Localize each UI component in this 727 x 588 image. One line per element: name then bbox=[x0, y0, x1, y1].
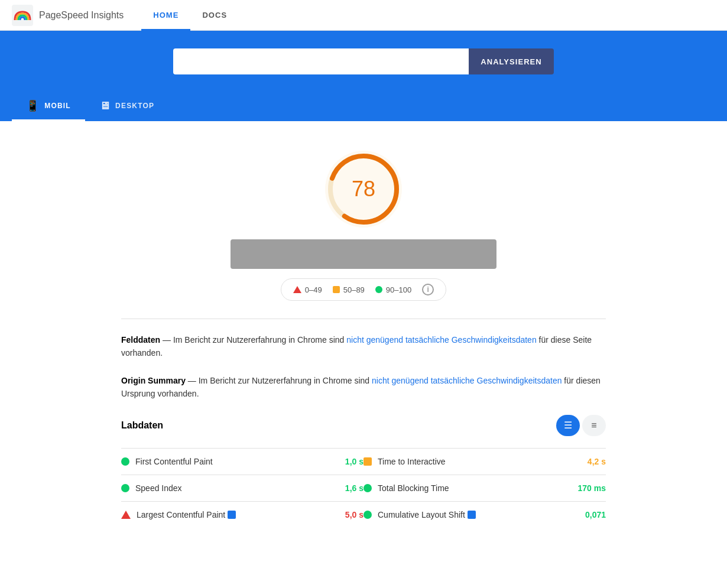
metrics-grid: First Contentful Paint 1,0 s Speed Index… bbox=[121, 448, 606, 528]
lcp-triangle-icon bbox=[121, 511, 131, 519]
header-blue-section: ANALYSIEREN 📱 MOBIL 🖥 DESKTOP bbox=[0, 31, 727, 121]
metrics-col-2: Time to Interactive 4,2 s Total Blocking… bbox=[364, 448, 606, 528]
origin-summary-link[interactable]: nicht genügend tatsächliche Geschwindigk… bbox=[372, 376, 562, 385]
metric-row-tti: Time to Interactive 4,2 s bbox=[364, 448, 606, 475]
device-tabs: 📱 MOBIL 🖥 DESKTOP bbox=[12, 92, 715, 121]
cls-info-icon[interactable] bbox=[468, 511, 476, 519]
fcp-indicator bbox=[121, 457, 129, 466]
cls-name: Cumulative Layout Shift bbox=[378, 510, 564, 519]
lcp-value: 5,0 s bbox=[328, 510, 364, 519]
legend-item-bad: 0–49 bbox=[293, 285, 322, 294]
analyse-button[interactable]: ANALYSIEREN bbox=[469, 48, 553, 74]
legend-square-icon bbox=[333, 286, 340, 293]
felddaten-text1: — Im Bericht zur Nutzererfahrung in Chro… bbox=[160, 335, 346, 345]
mobil-label: MOBIL bbox=[44, 102, 71, 110]
nav-tab-docs[interactable]: DOCS bbox=[190, 1, 239, 31]
si-dot-icon bbox=[121, 484, 129, 492]
metrics-col-1: First Contentful Paint 1,0 s Speed Index… bbox=[121, 448, 364, 528]
lcp-name: Largest Contentful Paint bbox=[137, 510, 322, 519]
lcp-info-icon[interactable] bbox=[228, 511, 236, 519]
tbt-dot-icon bbox=[364, 484, 372, 492]
cls-dot-icon bbox=[364, 511, 372, 519]
score-circle: 78 bbox=[325, 151, 402, 228]
score-bar-placeholder bbox=[231, 239, 496, 269]
tbt-value: 170 ms bbox=[570, 483, 606, 493]
tti-square-icon bbox=[364, 457, 372, 466]
top-navigation: PageSpeed Insights HOME DOCS bbox=[0, 0, 727, 31]
tbt-name: Total Blocking Time bbox=[378, 483, 564, 493]
origin-summary-section: Origin Summary — Im Bericht zur Nutzerer… bbox=[121, 374, 606, 401]
legend-range-good: 90–100 bbox=[386, 285, 411, 294]
felddaten-link[interactable]: nicht genügend tatsächliche Geschwindigk… bbox=[346, 335, 536, 345]
search-row: ANALYSIEREN bbox=[12, 48, 715, 74]
fcp-name: First Contentful Paint bbox=[135, 457, 322, 466]
nav-tabs: HOME DOCS bbox=[141, 0, 239, 30]
origin-summary-text1: — Im Bericht zur Nutzererfahrung in Chro… bbox=[186, 376, 372, 385]
metric-row-lcp: Largest Contentful Paint 5,0 s bbox=[121, 501, 364, 528]
legend-item-medium: 50–89 bbox=[333, 285, 365, 294]
view-toggle: ☰ ≡ bbox=[556, 415, 606, 436]
desktop-icon: 🖥 bbox=[99, 100, 111, 112]
labdaten-title: Labdaten bbox=[121, 420, 163, 431]
device-tab-desktop[interactable]: 🖥 DESKTOP bbox=[85, 92, 168, 121]
legend-range-bad: 0–49 bbox=[305, 285, 322, 294]
main-content: 78 0–49 50–89 90–100 i Felddaten — Im Be… bbox=[109, 121, 618, 540]
fcp-dot-icon bbox=[121, 457, 129, 466]
lcp-indicator bbox=[121, 511, 131, 519]
si-indicator bbox=[121, 484, 129, 492]
tti-name: Time to Interactive bbox=[378, 457, 564, 466]
app-logo: PageSpeed Insights bbox=[12, 5, 124, 26]
desktop-label: DESKTOP bbox=[115, 102, 154, 110]
legend-item-good: 90–100 bbox=[375, 285, 411, 294]
felddaten-title: Felddaten bbox=[121, 335, 160, 345]
divider-1 bbox=[121, 319, 606, 319]
tti-value: 4,2 s bbox=[570, 457, 606, 466]
origin-summary-title: Origin Summary bbox=[121, 376, 186, 385]
mobile-icon: 📱 bbox=[26, 99, 40, 112]
device-tab-mobil[interactable]: 📱 MOBIL bbox=[12, 92, 85, 121]
legend-info-icon[interactable]: i bbox=[422, 284, 434, 295]
pagespeed-logo-icon bbox=[12, 5, 33, 26]
legend-range-medium: 50–89 bbox=[343, 285, 365, 294]
score-section: 78 0–49 50–89 90–100 i bbox=[121, 133, 606, 313]
cls-indicator bbox=[364, 511, 372, 519]
toggle-list-view-button[interactable]: ☰ bbox=[556, 415, 580, 436]
si-name: Speed Index bbox=[135, 483, 322, 493]
fcp-value: 1,0 s bbox=[328, 457, 364, 466]
legend-dot-icon bbox=[375, 286, 382, 293]
metric-row-fcp: First Contentful Paint 1,0 s bbox=[121, 448, 364, 475]
tbt-indicator bbox=[364, 484, 372, 492]
labdaten-header: Labdaten ☰ ≡ bbox=[121, 415, 606, 436]
legend-triangle-icon bbox=[293, 286, 301, 293]
cls-value: 0,071 bbox=[570, 510, 606, 519]
metric-row-cls: Cumulative Layout Shift 0,071 bbox=[364, 501, 606, 528]
nav-tab-home[interactable]: HOME bbox=[141, 1, 190, 31]
tti-indicator bbox=[364, 457, 372, 466]
felddaten-section: Felddaten — Im Bericht zur Nutzererfahru… bbox=[121, 333, 606, 360]
si-value: 1,6 s bbox=[328, 483, 364, 493]
app-title: PageSpeed Insights bbox=[39, 10, 124, 21]
score-value: 78 bbox=[352, 177, 375, 202]
metric-row-si: Speed Index 1,6 s bbox=[121, 475, 364, 501]
search-input[interactable] bbox=[173, 48, 469, 74]
score-legend: 0–49 50–89 90–100 i bbox=[281, 278, 446, 301]
toggle-grid-view-button[interactable]: ≡ bbox=[582, 415, 606, 436]
metric-row-tbt: Total Blocking Time 170 ms bbox=[364, 475, 606, 501]
